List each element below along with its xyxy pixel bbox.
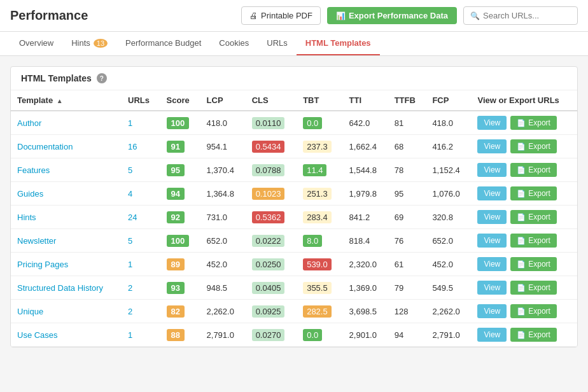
cls-badge: 0.0788 <box>252 164 285 176</box>
cell-fcp: 416.2 <box>426 135 471 158</box>
urls-link[interactable]: 1 <box>128 118 132 128</box>
section-title: HTML Templates <box>21 73 92 83</box>
view-button[interactable]: View <box>477 116 507 130</box>
cell-ttfb: 76 <box>388 229 426 253</box>
urls-link[interactable]: 1 <box>128 330 132 340</box>
urls-link[interactable]: 2 <box>128 283 132 293</box>
export-button[interactable]: 📄 Export <box>510 234 557 248</box>
tab-html-templates[interactable]: HTML Templates <box>297 32 380 55</box>
template-link[interactable]: Pricing Pages <box>17 260 68 269</box>
cell-tbt: 237.3 <box>297 135 342 158</box>
view-button[interactable]: View <box>477 186 507 200</box>
search-urls-box <box>463 6 578 25</box>
page-title: Performance <box>10 8 235 23</box>
template-link[interactable]: Structured Data History <box>17 283 103 293</box>
export-button[interactable]: 📄 Export <box>510 186 557 200</box>
export-button[interactable]: 📄 Export <box>510 257 557 271</box>
template-link[interactable]: Use Cases <box>17 330 58 340</box>
help-icon[interactable]: ? <box>97 73 107 83</box>
cell-ttfb: 68 <box>388 135 426 158</box>
cell-lcp: 652.0 <box>200 229 246 253</box>
template-link[interactable]: Unique <box>17 307 43 316</box>
tbt-badge: 282.5 <box>303 305 332 318</box>
cell-fcp: 2,262.0 <box>426 300 471 323</box>
cell-fcp: 418.0 <box>426 111 471 135</box>
cell-score: 100 <box>160 229 200 253</box>
printable-pdf-button[interactable]: Printable PDF <box>241 6 321 25</box>
view-button[interactable]: View <box>477 304 507 318</box>
urls-link[interactable]: 2 <box>128 307 132 316</box>
urls-link[interactable]: 1 <box>128 260 132 269</box>
table-row: Hints 24 92 731.0 0.5362 283.4 841.2 69 … <box>11 206 577 229</box>
tab-hints[interactable]: Hints 13 <box>62 32 116 55</box>
export-button[interactable]: 📄 Export <box>510 210 557 224</box>
cell-template: Guides <box>11 182 122 206</box>
template-link[interactable]: Hints <box>17 213 36 222</box>
export-button[interactable]: 📄 Export <box>510 116 557 130</box>
tab-urls[interactable]: URLs <box>258 32 297 55</box>
export-button[interactable]: 📄 Export <box>510 328 557 342</box>
export-row-icon: 📄 <box>517 284 526 292</box>
main-content: HTML Templates ? Template ▲ URLs Score L… <box>0 56 588 374</box>
view-button[interactable]: View <box>477 234 507 248</box>
col-cls: CLS <box>246 90 297 111</box>
cell-cls: 0.0250 <box>246 253 297 276</box>
cell-fcp: 1,076.0 <box>426 182 471 206</box>
cell-actions: View 📄 Export <box>471 206 577 229</box>
col-score: Score <box>160 90 200 111</box>
cell-tti: 818.4 <box>343 229 388 253</box>
urls-link[interactable]: 5 <box>128 236 132 246</box>
urls-link[interactable]: 24 <box>128 213 137 222</box>
cell-fcp: 549.5 <box>426 276 471 300</box>
action-buttons: View 📄 Export <box>477 139 571 153</box>
urls-link[interactable]: 16 <box>128 142 137 151</box>
cell-urls: 1 <box>122 323 160 347</box>
cell-template: Documentation <box>11 135 122 158</box>
view-button[interactable]: View <box>477 281 507 295</box>
action-buttons: View 📄 Export <box>477 304 571 318</box>
cell-actions: View 📄 Export <box>471 229 577 253</box>
export-button[interactable]: 📄 Export <box>510 304 557 318</box>
urls-link[interactable]: 5 <box>128 165 132 175</box>
view-button[interactable]: View <box>477 257 507 271</box>
view-button[interactable]: View <box>477 210 507 224</box>
table-row: Newsletter 5 100 652.0 0.0222 8.0 818.4 … <box>11 229 577 253</box>
cell-tti: 2,901.0 <box>343 323 388 347</box>
export-row-icon: 📄 <box>517 166 526 174</box>
score-badge: 91 <box>167 141 185 153</box>
cls-badge: 0.0270 <box>252 329 285 341</box>
view-button[interactable]: View <box>477 139 507 153</box>
tbt-badge: 283.4 <box>303 211 332 223</box>
tab-performance-budget[interactable]: Performance Budget <box>116 32 210 55</box>
tab-overview[interactable]: Overview <box>10 32 62 55</box>
cell-ttfb: 61 <box>388 253 426 276</box>
export-button[interactable]: 📄 Export <box>510 281 557 295</box>
urls-link[interactable]: 4 <box>128 189 132 199</box>
cell-fcp: 2,791.0 <box>426 323 471 347</box>
html-templates-section: HTML Templates ? Template ▲ URLs Score L… <box>10 66 578 347</box>
tbt-badge: 539.0 <box>303 258 332 270</box>
view-button[interactable]: View <box>477 328 507 342</box>
cell-urls: 5 <box>122 229 160 253</box>
template-link[interactable]: Author <box>17 118 41 128</box>
export-row-icon: 📄 <box>517 190 526 198</box>
export-button[interactable]: 📄 Export <box>510 163 557 177</box>
tab-cookies[interactable]: Cookies <box>210 32 258 55</box>
view-button[interactable]: View <box>477 163 507 177</box>
cell-tti: 3,698.5 <box>343 300 388 323</box>
template-link[interactable]: Documentation <box>17 142 73 151</box>
cell-lcp: 2,262.0 <box>200 300 246 323</box>
export-button[interactable]: 📄 Export <box>510 139 557 153</box>
cls-badge: 0.0405 <box>252 282 285 294</box>
template-link[interactable]: Features <box>17 165 50 175</box>
cell-cls: 0.0110 <box>246 111 297 135</box>
export-row-icon: 📄 <box>517 119 526 127</box>
cls-badge: 0.0110 <box>252 117 285 129</box>
tbt-badge: 0.0 <box>303 117 322 129</box>
action-buttons: View 📄 Export <box>477 328 571 342</box>
score-badge: 88 <box>167 329 185 341</box>
search-urls-input[interactable] <box>483 11 572 20</box>
template-link[interactable]: Guides <box>17 189 43 199</box>
export-performance-button[interactable]: Export Performance Data <box>327 7 457 24</box>
template-link[interactable]: Newsletter <box>17 236 56 246</box>
